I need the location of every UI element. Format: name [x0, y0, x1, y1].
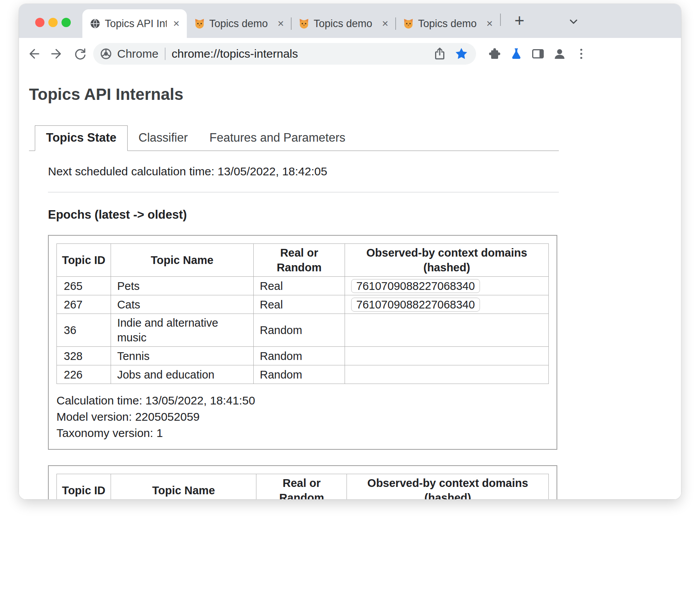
page-tab-label: Features and Parameters: [210, 131, 346, 144]
browser-menu-button[interactable]: [570, 43, 592, 65]
table-header-row: Topic ID Topic Name Real or Random Obser…: [57, 244, 549, 277]
domains-cell: [345, 365, 549, 384]
column-header-observed-domains: Observed-by context domains (hashed): [345, 244, 549, 277]
domain-hash-chip: 7610709088227068340: [351, 298, 480, 312]
browser-tab[interactable]: Topics demo ×: [187, 9, 291, 38]
column-header-topic-name: Topic Name: [111, 244, 253, 277]
real-or-random-cell: Real: [253, 277, 345, 295]
browser-tab-title: Topics demo: [209, 18, 271, 30]
tab-favicon: [89, 18, 101, 29]
zoom-window-button[interactable]: [61, 18, 71, 27]
side-panel-button[interactable]: [527, 43, 549, 65]
globe-favicon-icon: [89, 18, 101, 29]
browser-tab-title: Topics API Internals: [105, 18, 167, 30]
epoch-card: Topic ID Topic Name Real or Random Obser…: [48, 465, 557, 499]
epoch-card: Topic ID Topic Name Real or Random Obser…: [48, 235, 557, 450]
puzzle-icon: [488, 47, 502, 61]
forward-button[interactable]: [47, 44, 67, 64]
table-row: 328 Tennis Random: [57, 347, 549, 365]
epoch-meta: Calculation time: 13/05/2022, 18:41:50 M…: [56, 392, 549, 441]
cat-favicon-icon: [194, 18, 205, 29]
browser-tab[interactable]: Topics demo ×: [291, 9, 396, 38]
tab-close-icon[interactable]: ×: [484, 18, 495, 29]
tab-separator: [500, 14, 501, 26]
topic-name-cell: Jobs and education: [111, 365, 253, 384]
column-header-topic-id: Topic ID: [57, 244, 111, 277]
share-button[interactable]: [432, 46, 447, 62]
browser-tab-title: Topics demo: [418, 18, 480, 30]
next-calculation-text: Next scheduled calculation time: 13/05/2…: [48, 165, 559, 178]
topic-id-cell: 226: [57, 365, 111, 384]
domains-cell: 7610709088227068340: [345, 295, 549, 314]
browser-tab[interactable]: Topics API Internals ×: [82, 9, 187, 38]
topic-name-cell: Indie and alternative music: [111, 314, 253, 347]
epoch-table: Topic ID Topic Name Real or Random Obser…: [56, 474, 549, 499]
minimize-window-button[interactable]: [48, 18, 58, 27]
new-tab-button[interactable]: +: [509, 10, 529, 31]
forward-arrow-icon: [50, 47, 64, 61]
taxonomy-version-text: Taxonomy version: 1: [56, 425, 549, 441]
chrome-site-icon: [99, 47, 113, 60]
reload-button[interactable]: [70, 44, 90, 64]
omnibox-separator: [165, 48, 166, 60]
chrome-labs-button[interactable]: [505, 43, 527, 65]
column-header-observed-domains: Observed-by context domains (hashed): [347, 474, 549, 499]
profile-button[interactable]: [549, 43, 570, 65]
tab-close-icon[interactable]: ×: [379, 18, 391, 29]
page-tab-label: Classifier: [138, 131, 188, 144]
column-header-topic-id: Topic ID: [57, 474, 111, 499]
browser-toolbar: Chrome chrome://topics-internals: [19, 38, 681, 70]
page-tab[interactable]: Topics State: [35, 125, 128, 151]
domains-cell: [345, 347, 549, 365]
real-or-random-cell: Random: [253, 347, 345, 365]
model-version-text: Model version: 2205052059: [56, 409, 549, 425]
page-tab[interactable]: Features and Parameters: [199, 126, 357, 151]
table-row: 226 Jobs and education Random: [57, 365, 549, 384]
calculation-time-text: Calculation time: 13/05/2022, 18:41:50: [56, 392, 549, 409]
tab-close-icon[interactable]: ×: [171, 18, 182, 29]
tab-favicon: [194, 18, 205, 29]
chevron-down-icon: [567, 15, 580, 29]
real-or-random-cell: Real: [253, 295, 345, 314]
table-row: 265 Pets Real 7610709088227068340: [57, 277, 549, 295]
topic-id-cell: 265: [57, 277, 111, 295]
omnibox[interactable]: Chrome chrome://topics-internals: [93, 43, 476, 65]
topic-id-cell: 267: [57, 295, 111, 314]
traffic-lights: [35, 18, 71, 27]
page-tab-label: Topics State: [46, 131, 116, 144]
page-tab[interactable]: Classifier: [128, 126, 198, 151]
side-panel-icon: [531, 47, 545, 61]
column-header-real-or-random: Real or Random: [256, 474, 347, 499]
divider: [48, 192, 559, 192]
table-row: 267 Cats Real 7610709088227068340: [57, 295, 549, 314]
tab-favicon: [403, 18, 414, 29]
real-or-random-cell: Random: [253, 365, 345, 384]
extensions-button[interactable]: [484, 43, 505, 65]
cat-favicon-icon: [403, 18, 414, 29]
epoch-table: Topic ID Topic Name Real or Random Obser…: [56, 243, 549, 384]
topics-state-panel: Next scheduled calculation time: 13/05/2…: [29, 151, 559, 499]
page-tab-bar: Topics State Classifier Features and Par…: [29, 125, 559, 151]
browser-window: Topics API Internals ×: [19, 4, 681, 499]
domains-cell: [345, 314, 549, 347]
cat-favicon-icon: [298, 18, 310, 29]
browser-tabs: Topics API Internals ×: [82, 9, 529, 38]
omnibox-url[interactable]: chrome://topics-internals: [172, 47, 426, 60]
star-icon: [454, 47, 468, 61]
tab-overflow-chevron-button[interactable]: [565, 13, 582, 30]
bookmark-star-button[interactable]: [454, 46, 469, 62]
back-button[interactable]: [24, 44, 44, 64]
page-content: Topics API Internals Topics State Classi…: [19, 70, 681, 499]
reload-icon: [73, 47, 87, 61]
close-window-button[interactable]: [35, 18, 44, 27]
topic-name-cell: Tennis: [111, 347, 253, 365]
beaker-icon: [509, 47, 523, 61]
tab-close-icon[interactable]: ×: [275, 18, 287, 29]
browser-tab[interactable]: Topics demo ×: [396, 9, 500, 38]
share-icon: [433, 47, 447, 61]
domain-hash-chip: 7610709088227068340: [351, 279, 480, 293]
table-header-row: Topic ID Topic Name Real or Random Obser…: [57, 474, 549, 499]
column-header-real-or-random: Real or Random: [253, 244, 345, 277]
back-arrow-icon: [27, 47, 41, 61]
table-row: 36 Indie and alternative music Random: [57, 314, 549, 347]
